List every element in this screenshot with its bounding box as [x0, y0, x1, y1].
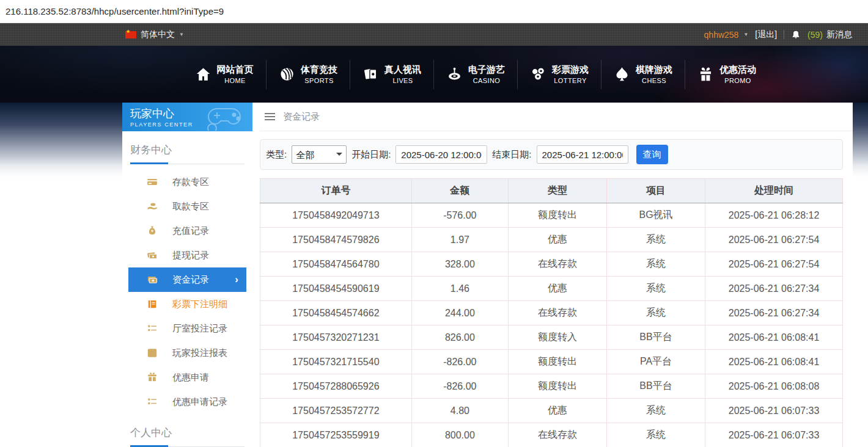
nav-label-zh: 棋牌游戏 [636, 64, 672, 76]
cell-type: 额度转出 [508, 374, 606, 399]
cell-type: 优惠 [508, 228, 606, 252]
breadcrumb: 资金记录 [260, 103, 853, 131]
cell-processed-at: 2025-06-21 06:28:12 [705, 203, 843, 228]
cell-project: 系统 [607, 228, 705, 252]
cell-type: 在线存款 [508, 301, 606, 325]
nav-label-zh: 优惠活动 [719, 64, 756, 76]
nav-label-en: PROMO [724, 77, 751, 84]
start-date-label: 开始日期: [351, 149, 391, 161]
cell-project: BG视讯 [607, 203, 705, 228]
table-row: 1750458492049713-576.00额度转出BG视讯2025-06-2… [260, 203, 843, 228]
cell-processed-at: 2025-06-21 06:27:34 [705, 301, 843, 325]
sidebar-item-funds-records[interactable]: 资金记录› [128, 267, 246, 292]
nav-item-text: 体育竞技SPORTS [301, 64, 337, 84]
col-header-project: 项目 [607, 179, 705, 203]
nav-item-text: 彩票游戏LOTTERY [552, 64, 589, 84]
cell-order-no: 1750457253559919 [260, 423, 412, 447]
sidebar-header: 玩家中心 PLAYERS CENTER [122, 103, 252, 131]
sidebar-item-recharge-records[interactable]: 充值记录 [128, 219, 246, 243]
sidebar-item-deposit-zone[interactable]: 存款专区 [128, 170, 246, 194]
divider [784, 30, 784, 39]
messages-link[interactable]: (59) 新消息 [807, 29, 852, 40]
table-row: 1750458474564780328.00在线存款系统2025-06-21 0… [260, 252, 843, 277]
cell-processed-at: 2025-06-21 06:08:41 [705, 325, 843, 350]
filter-bar: 类型: 全部 开始日期: 结束日期: 查询 [260, 139, 843, 170]
cell-order-no: 1750457320271231 [260, 325, 412, 350]
cell-amount: 826.00 [411, 325, 508, 350]
table-header-row: 订单号金额类型项目处理时间 [260, 179, 843, 203]
sidebar-item-withdrawal-records[interactable]: 提现记录 [128, 243, 246, 267]
report-chart-icon [147, 347, 158, 358]
page: 216.118.235.52:8783/hhcp/usercenter.html… [0, 0, 868, 447]
sidebar-item-label: 彩票下注明细 [172, 299, 227, 310]
menu-icon[interactable] [265, 113, 275, 120]
cell-project: 系统 [607, 252, 705, 277]
nav-item-text: 棋牌游戏CHESS [636, 64, 672, 84]
chevron-right-icon: › [235, 274, 238, 286]
promo-apply-icon [147, 372, 158, 383]
language-selector[interactable]: 简体中文 ▼ [125, 29, 184, 40]
topbar: 简体中文 ▼ qhhw258 ▼ [退出] (59) 新消息 [0, 23, 868, 46]
nav-label-zh: 彩票游戏 [552, 64, 589, 76]
cell-amount: 1.97 [411, 228, 508, 252]
nav-item-casino[interactable]: 电子游艺CASINO [433, 60, 517, 89]
sidebar-section-heading: 个人中心 [130, 414, 245, 440]
nav-label-en: SPORTS [304, 77, 333, 84]
type-label: 类型: [266, 149, 287, 161]
cell-processed-at: 2025-06-21 06:07:33 [705, 423, 843, 447]
sports-ball-icon [279, 66, 295, 82]
lottery-detail-icon [147, 299, 158, 310]
cell-type: 优惠 [508, 277, 606, 301]
search-button[interactable]: 查询 [636, 145, 668, 164]
sidebar-item-hall-bet-records[interactable]: 厅室投注记录 [128, 316, 246, 341]
deposit-card-icon [147, 176, 158, 187]
sidebar-item-label: 资金记录 [172, 274, 209, 286]
sidebar: 玩家中心 PLAYERS CENTER 财务中心存款专区取款专区充值记录提现记录… [122, 103, 252, 447]
nav-label-en: CASINO [473, 77, 501, 84]
sidebar-item-promo-apply-records[interactable]: 优惠申请记录 [128, 390, 246, 414]
col-header-type: 类型 [508, 179, 606, 203]
col-header-processed-at: 处理时间 [705, 179, 843, 203]
nav-item-sports[interactable]: 体育竞技SPORTS [266, 60, 350, 89]
nav-label-zh: 网站首页 [217, 64, 254, 76]
cell-type: 在线存款 [508, 252, 606, 277]
nav-label-zh: 真人视讯 [384, 64, 421, 76]
sidebar-item-label: 存款专区 [172, 176, 209, 188]
message-label: 新消息 [826, 29, 852, 40]
username-menu[interactable]: qhhw258 ▼ [704, 30, 749, 40]
table-row: 1750457320271231826.00额度转入BB平台2025-06-21… [260, 325, 843, 350]
sidebar-item-lottery-bet-details[interactable]: 彩票下注明细 [128, 292, 246, 316]
nav-item-lottery[interactable]: 彩票游戏LOTTERY [517, 60, 601, 89]
cell-type: 额度转出 [508, 350, 606, 374]
sidebar-item-promo-apply[interactable]: 优惠申请 [128, 365, 246, 390]
logout-link[interactable]: [退出] [755, 29, 777, 40]
type-select[interactable]: 全部 [292, 145, 347, 164]
nav-label-zh: 电子游艺 [468, 64, 505, 76]
browser-address-bar[interactable]: 216.118.235.52:8783/hhcp/usercenter.html… [0, 0, 868, 23]
cell-type: 在线存款 [508, 423, 606, 447]
nav-item-lives[interactable]: 真人视讯LIVES [350, 60, 433, 89]
bell-icon[interactable] [791, 30, 801, 40]
end-date-input[interactable] [537, 145, 628, 164]
nav-item-chess[interactable]: 棋牌游戏CHESS [601, 60, 685, 89]
end-date-label: 结束日期: [492, 149, 531, 161]
sidebar-item-label: 取款专区 [172, 201, 209, 213]
nav-label-zh: 体育竞技 [301, 64, 337, 76]
body-area: 玩家中心 PLAYERS CENTER 财务中心存款专区取款专区充值记录提现记录… [0, 103, 868, 447]
sidebar-menu: 财务中心存款专区取款专区充值记录提现记录资金记录›彩票下注明细厅室投注记录玩家投… [122, 131, 252, 447]
nav-label-en: LOTTERY [554, 77, 586, 84]
table-row: 17504584545906191.46优惠系统2025-06-21 06:27… [260, 277, 843, 301]
cell-project: 系统 [607, 399, 705, 423]
cell-processed-at: 2025-06-21 06:27:54 [705, 252, 843, 277]
nav-item-promo[interactable]: 优惠活动PROMO [685, 60, 768, 89]
topbar-right: qhhw258 ▼ [退出] (59) 新消息 [704, 29, 852, 40]
start-date-input[interactable] [395, 145, 487, 164]
china-flag-icon [125, 31, 136, 38]
nav-label-en: LIVES [392, 77, 413, 84]
sidebar-item-withdraw-zone[interactable]: 取款专区 [128, 194, 246, 219]
nav-item-home[interactable]: 网站首页HOME [182, 60, 266, 89]
section-underline [130, 162, 245, 164]
username: qhhw258 [704, 30, 739, 40]
sidebar-item-player-bet-report[interactable]: 玩家投注报表 [128, 341, 246, 365]
sidebar-item-label: 厅室投注记录 [172, 323, 227, 335]
